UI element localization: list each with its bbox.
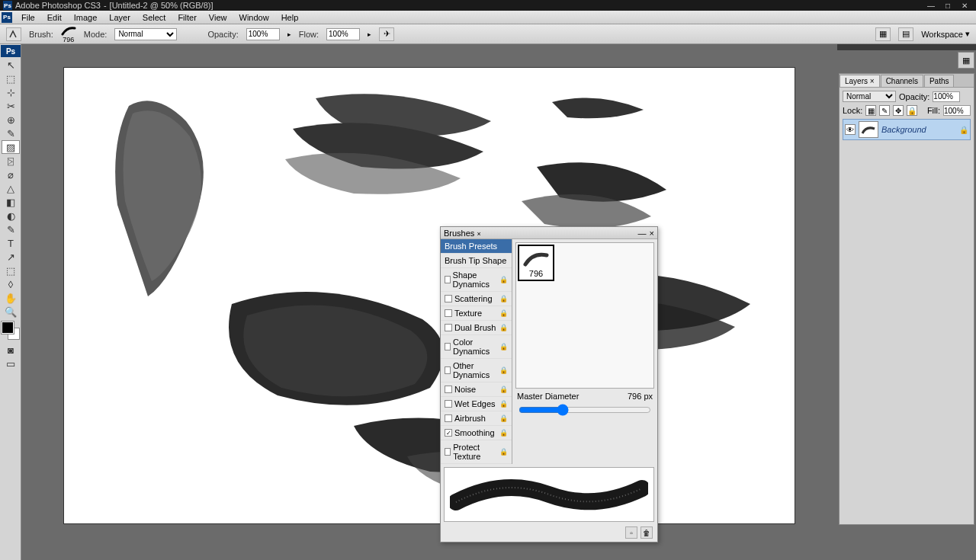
tool-7[interactable]: ⍄ — [2, 154, 20, 168]
tool-9[interactable]: △ — [2, 181, 20, 195]
brush-section-shape-dynamics[interactable]: Shape Dynamics🔒 — [441, 268, 512, 292]
lock-transparent-icon[interactable]: ▦ — [865, 105, 876, 116]
flow-dropdown-icon[interactable]: ▸ — [368, 30, 371, 38]
tab-layers[interactable]: Layers × — [840, 75, 880, 87]
lock-icon[interactable]: 🔒 — [499, 414, 508, 422]
airbrush-icon[interactable]: ✈ — [379, 27, 394, 41]
lock-all-icon[interactable]: 🔒 — [907, 105, 917, 116]
panel-tab-close-icon[interactable]: × — [477, 230, 480, 238]
quickmask-icon[interactable]: ◙ — [2, 343, 20, 357]
tool-18[interactable]: 🔍 — [2, 305, 20, 318]
master-diameter-slider[interactable] — [518, 404, 651, 416]
workspace-dropdown[interactable]: Workspace ▾ — [921, 29, 970, 39]
color-swatches[interactable] — [2, 322, 20, 340]
lock-icon[interactable]: 🔒 — [499, 429, 508, 437]
lock-icon[interactable]: 🔒 — [499, 295, 508, 302]
lock-icon[interactable]: 🔒 — [499, 343, 508, 350]
checkbox[interactable] — [445, 343, 451, 350]
brush-section-brush-presets[interactable]: Brush Presets — [441, 239, 512, 254]
menu-edit[interactable]: Edit — [41, 11, 68, 24]
menu-filter[interactable]: Filter — [172, 11, 202, 24]
menu-window[interactable]: Window — [233, 11, 275, 24]
menu-image[interactable]: Image — [68, 11, 104, 24]
checkbox[interactable] — [445, 276, 451, 283]
panel-close-icon[interactable]: × — [650, 229, 654, 238]
doc-icon[interactable]: ▤ — [898, 27, 913, 41]
brush-preset-tile[interactable]: 796 — [518, 245, 554, 281]
brush-section-wet-edges[interactable]: Wet Edges🔒 — [441, 397, 512, 411]
palette-icon[interactable]: ▦ — [875, 27, 891, 41]
visibility-icon[interactable]: 👁 — [845, 124, 856, 135]
checkbox[interactable] — [445, 324, 452, 331]
tool-10[interactable]: ◧ — [2, 195, 20, 209]
blend-mode-select[interactable]: Normal — [843, 91, 896, 102]
lock-icon[interactable]: 🔒 — [499, 400, 508, 408]
dock-collapse-icon[interactable]: ▦ — [958, 52, 974, 69]
lock-icon[interactable]: 🔒 — [499, 309, 508, 317]
tool-1[interactable]: ⬚ — [2, 72, 20, 85]
tool-11[interactable]: ◐ — [2, 209, 20, 222]
brush-preset-grid[interactable]: 796 — [515, 242, 654, 389]
delete-brush-icon[interactable]: 🗑 — [640, 526, 653, 539]
foreground-color[interactable] — [2, 322, 14, 334]
menu-file[interactable]: File — [15, 11, 41, 24]
tool-5[interactable]: ✎ — [2, 126, 20, 140]
screenmode-icon[interactable]: ▭ — [2, 357, 20, 370]
new-brush-icon[interactable]: ▫ — [625, 526, 637, 539]
tool-3[interactable]: ✂ — [2, 99, 20, 113]
brush-section-color-dynamics[interactable]: Color Dynamics🔒 — [441, 335, 512, 359]
checkbox[interactable]: ✓ — [445, 429, 452, 437]
tool-14[interactable]: ↗ — [2, 250, 20, 264]
tool-2[interactable]: ⊹ — [2, 85, 20, 99]
mode-select[interactable]: Normal — [114, 28, 177, 40]
brushes-titlebar[interactable]: Brushes × — × — [441, 227, 657, 239]
flow-input[interactable] — [326, 28, 360, 40]
checkbox[interactable] — [445, 448, 451, 456]
menu-help[interactable]: Help — [275, 11, 305, 24]
tab-paths[interactable]: Paths — [924, 75, 955, 87]
tool-13[interactable]: T — [2, 236, 20, 250]
layer-opacity-input[interactable] — [933, 91, 960, 102]
brush-section-dual-brush[interactable]: Dual Brush🔒 — [441, 321, 512, 335]
menu-view[interactable]: View — [203, 11, 233, 24]
brush-section-brush-tip-shape[interactable]: Brush Tip Shape — [441, 254, 512, 268]
tool-4[interactable]: ⊕ — [2, 113, 20, 126]
brush-section-smoothing[interactable]: ✓Smoothing🔒 — [441, 426, 512, 440]
fill-input[interactable] — [943, 105, 971, 116]
tool-6[interactable]: ▨ — [2, 140, 20, 154]
brush-section-protect-texture[interactable]: Protect Texture🔒 — [441, 440, 512, 464]
tool-preset-icon[interactable] — [6, 27, 21, 41]
tool-17[interactable]: ✋ — [2, 291, 20, 305]
checkbox[interactable] — [445, 309, 452, 317]
checkbox[interactable] — [445, 414, 452, 422]
menu-layer[interactable]: Layer — [103, 11, 136, 24]
canvas[interactable] — [63, 67, 795, 524]
brush-section-texture[interactable]: Texture🔒 — [441, 306, 512, 321]
lock-icon[interactable]: 🔒 — [499, 366, 508, 374]
lock-icon[interactable]: 🔒 — [499, 276, 508, 283]
checkbox[interactable] — [445, 366, 451, 374]
lock-icon[interactable]: 🔒 — [499, 324, 508, 331]
panel-minimize-icon[interactable]: — — [638, 229, 647, 238]
opacity-dropdown-icon[interactable]: ▸ — [287, 30, 291, 38]
lock-pixels-icon[interactable]: ✎ — [879, 105, 890, 116]
minimize-button[interactable]: — — [923, 1, 939, 10]
brush-section-scattering[interactable]: Scattering🔒 — [441, 292, 512, 306]
close-button[interactable]: ✕ — [956, 1, 973, 10]
tool-8[interactable]: ⌀ — [2, 168, 20, 181]
opacity-input[interactable] — [246, 28, 280, 40]
checkbox[interactable] — [445, 386, 452, 393]
checkbox[interactable] — [445, 295, 452, 302]
lock-icon[interactable]: 🔒 — [499, 386, 508, 393]
brush-section-airbrush[interactable]: Airbrush🔒 — [441, 411, 512, 426]
menu-select[interactable]: Select — [136, 11, 172, 24]
lock-icon[interactable]: 🔒 — [499, 448, 508, 456]
tool-15[interactable]: ⬚ — [2, 264, 20, 277]
tool-0[interactable]: ↖ — [2, 58, 20, 72]
lock-position-icon[interactable]: ✥ — [893, 105, 904, 116]
brush-picker[interactable]: 796 — [61, 25, 76, 43]
layer-row-background[interactable]: 👁 Background 🔒 — [843, 119, 971, 140]
brush-section-other-dynamics[interactable]: Other Dynamics🔒 — [441, 359, 512, 382]
tool-12[interactable]: ✎ — [2, 222, 20, 236]
maximize-button[interactable]: □ — [939, 1, 956, 10]
